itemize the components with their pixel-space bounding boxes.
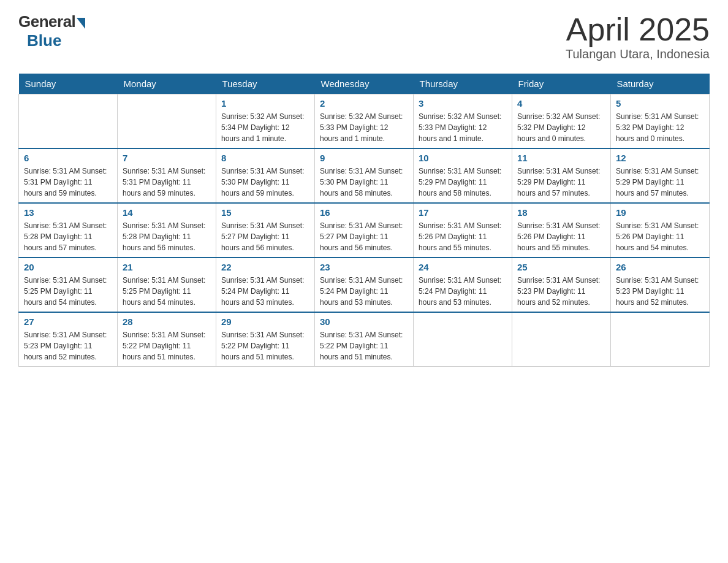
day-info: Sunrise: 5:31 AM Sunset: 5:26 PM Dayligh… xyxy=(616,220,704,253)
day-number: 9 xyxy=(320,153,408,163)
col-saturday: Saturday xyxy=(611,74,710,94)
day-info: Sunrise: 5:31 AM Sunset: 5:26 PM Dayligh… xyxy=(517,220,605,253)
day-number: 27 xyxy=(24,316,112,327)
logo-general-text: General xyxy=(18,12,75,31)
day-number: 14 xyxy=(123,207,211,218)
calendar-cell: 21Sunrise: 5:31 AM Sunset: 5:25 PM Dayli… xyxy=(118,258,216,312)
day-number: 13 xyxy=(24,207,112,218)
calendar-cell: 6Sunrise: 5:31 AM Sunset: 5:31 PM Daylig… xyxy=(19,148,118,203)
logo-blue-text: Blue xyxy=(27,31,61,50)
day-number: 15 xyxy=(221,207,309,218)
day-info: Sunrise: 5:31 AM Sunset: 5:30 PM Dayligh… xyxy=(320,166,408,199)
calendar-cell: 7Sunrise: 5:31 AM Sunset: 5:31 PM Daylig… xyxy=(118,148,216,203)
day-info: Sunrise: 5:31 AM Sunset: 5:27 PM Dayligh… xyxy=(221,220,309,253)
calendar-cell: 16Sunrise: 5:31 AM Sunset: 5:27 PM Dayli… xyxy=(315,203,414,258)
day-info: Sunrise: 5:31 AM Sunset: 5:31 PM Dayligh… xyxy=(123,166,211,199)
day-number: 10 xyxy=(419,153,507,163)
day-number: 30 xyxy=(320,316,408,327)
day-number: 11 xyxy=(517,153,605,163)
day-number: 18 xyxy=(517,207,605,218)
col-thursday: Thursday xyxy=(414,74,512,94)
col-friday: Friday xyxy=(512,74,611,94)
calendar-cell xyxy=(118,94,216,149)
day-number: 12 xyxy=(616,153,704,163)
day-number: 16 xyxy=(320,207,408,218)
calendar-cell: 3Sunrise: 5:32 AM Sunset: 5:33 PM Daylig… xyxy=(414,94,512,149)
day-number: 25 xyxy=(517,262,605,272)
calendar-cell: 20Sunrise: 5:31 AM Sunset: 5:25 PM Dayli… xyxy=(19,258,118,312)
day-number: 4 xyxy=(517,98,605,109)
day-info: Sunrise: 5:31 AM Sunset: 5:23 PM Dayligh… xyxy=(517,275,605,308)
calendar-cell: 15Sunrise: 5:31 AM Sunset: 5:27 PM Dayli… xyxy=(216,203,315,258)
calendar-cell: 25Sunrise: 5:31 AM Sunset: 5:23 PM Dayli… xyxy=(512,258,611,312)
calendar-cell: 18Sunrise: 5:31 AM Sunset: 5:26 PM Dayli… xyxy=(512,203,611,258)
calendar-cell: 27Sunrise: 5:31 AM Sunset: 5:23 PM Dayli… xyxy=(19,312,118,367)
day-number: 7 xyxy=(123,153,211,163)
day-info: Sunrise: 5:31 AM Sunset: 5:32 PM Dayligh… xyxy=(616,111,704,144)
day-info: Sunrise: 5:31 AM Sunset: 5:22 PM Dayligh… xyxy=(320,329,408,362)
calendar-cell xyxy=(19,94,118,149)
day-info: Sunrise: 5:31 AM Sunset: 5:29 PM Dayligh… xyxy=(419,166,507,199)
calendar-cell: 11Sunrise: 5:31 AM Sunset: 5:29 PM Dayli… xyxy=(512,148,611,203)
calendar-cell: 28Sunrise: 5:31 AM Sunset: 5:22 PM Dayli… xyxy=(118,312,216,367)
calendar-cell: 24Sunrise: 5:31 AM Sunset: 5:24 PM Dayli… xyxy=(414,258,512,312)
calendar-cell: 8Sunrise: 5:31 AM Sunset: 5:30 PM Daylig… xyxy=(216,148,315,203)
calendar-week-row: 6Sunrise: 5:31 AM Sunset: 5:31 PM Daylig… xyxy=(19,148,710,203)
day-number: 20 xyxy=(24,262,112,272)
logo-arrow-icon xyxy=(77,18,85,29)
day-info: Sunrise: 5:31 AM Sunset: 5:22 PM Dayligh… xyxy=(221,329,309,362)
day-number: 5 xyxy=(616,98,704,109)
day-info: Sunrise: 5:31 AM Sunset: 5:24 PM Dayligh… xyxy=(320,275,408,308)
day-info: Sunrise: 5:31 AM Sunset: 5:29 PM Dayligh… xyxy=(616,166,704,199)
calendar-cell xyxy=(611,312,710,367)
day-info: Sunrise: 5:31 AM Sunset: 5:24 PM Dayligh… xyxy=(419,275,507,308)
calendar-week-row: 27Sunrise: 5:31 AM Sunset: 5:23 PM Dayli… xyxy=(19,312,710,367)
col-sunday: Sunday xyxy=(19,74,118,94)
day-info: Sunrise: 5:31 AM Sunset: 5:24 PM Dayligh… xyxy=(221,275,309,308)
day-number: 29 xyxy=(221,316,309,327)
day-info: Sunrise: 5:31 AM Sunset: 5:28 PM Dayligh… xyxy=(123,220,211,253)
day-number: 8 xyxy=(221,153,309,163)
calendar-cell: 23Sunrise: 5:31 AM Sunset: 5:24 PM Dayli… xyxy=(315,258,414,312)
day-info: Sunrise: 5:31 AM Sunset: 5:28 PM Dayligh… xyxy=(24,220,112,253)
calendar-cell: 13Sunrise: 5:31 AM Sunset: 5:28 PM Dayli… xyxy=(19,203,118,258)
calendar-cell: 14Sunrise: 5:31 AM Sunset: 5:28 PM Dayli… xyxy=(118,203,216,258)
day-number: 23 xyxy=(320,262,408,272)
day-info: Sunrise: 5:31 AM Sunset: 5:25 PM Dayligh… xyxy=(24,275,112,308)
day-info: Sunrise: 5:31 AM Sunset: 5:26 PM Dayligh… xyxy=(419,220,507,253)
day-info: Sunrise: 5:32 AM Sunset: 5:32 PM Dayligh… xyxy=(517,111,605,144)
day-number: 6 xyxy=(24,153,112,163)
day-number: 22 xyxy=(221,262,309,272)
day-number: 17 xyxy=(419,207,507,218)
day-number: 2 xyxy=(320,98,408,109)
calendar-title: April 2025 xyxy=(566,12,710,47)
day-info: Sunrise: 5:31 AM Sunset: 5:27 PM Dayligh… xyxy=(320,220,408,253)
calendar-header-row: Sunday Monday Tuesday Wednesday Thursday… xyxy=(19,74,710,94)
col-tuesday: Tuesday xyxy=(216,74,315,94)
day-info: Sunrise: 5:31 AM Sunset: 5:23 PM Dayligh… xyxy=(24,329,112,362)
calendar-week-row: 1Sunrise: 5:32 AM Sunset: 5:34 PM Daylig… xyxy=(19,94,710,149)
day-number: 1 xyxy=(221,98,309,109)
calendar-cell: 29Sunrise: 5:31 AM Sunset: 5:22 PM Dayli… xyxy=(216,312,315,367)
day-info: Sunrise: 5:31 AM Sunset: 5:31 PM Dayligh… xyxy=(24,166,112,199)
day-info: Sunrise: 5:32 AM Sunset: 5:34 PM Dayligh… xyxy=(221,111,309,144)
calendar-cell: 1Sunrise: 5:32 AM Sunset: 5:34 PM Daylig… xyxy=(216,94,315,149)
col-wednesday: Wednesday xyxy=(315,74,414,94)
day-number: 3 xyxy=(419,98,507,109)
calendar-cell: 19Sunrise: 5:31 AM Sunset: 5:26 PM Dayli… xyxy=(611,203,710,258)
day-number: 26 xyxy=(616,262,704,272)
day-info: Sunrise: 5:31 AM Sunset: 5:22 PM Dayligh… xyxy=(123,329,211,362)
calendar-cell: 10Sunrise: 5:31 AM Sunset: 5:29 PM Dayli… xyxy=(414,148,512,203)
day-info: Sunrise: 5:32 AM Sunset: 5:33 PM Dayligh… xyxy=(419,111,507,144)
calendar-cell: 22Sunrise: 5:31 AM Sunset: 5:24 PM Dayli… xyxy=(216,258,315,312)
day-info: Sunrise: 5:31 AM Sunset: 5:23 PM Dayligh… xyxy=(616,275,704,308)
calendar-week-row: 13Sunrise: 5:31 AM Sunset: 5:28 PM Dayli… xyxy=(19,203,710,258)
calendar-cell xyxy=(512,312,611,367)
calendar-table: Sunday Monday Tuesday Wednesday Thursday… xyxy=(18,74,710,367)
calendar-cell: 5Sunrise: 5:31 AM Sunset: 5:32 PM Daylig… xyxy=(611,94,710,149)
calendar-week-row: 20Sunrise: 5:31 AM Sunset: 5:25 PM Dayli… xyxy=(19,258,710,312)
calendar-cell: 30Sunrise: 5:31 AM Sunset: 5:22 PM Dayli… xyxy=(315,312,414,367)
day-info: Sunrise: 5:31 AM Sunset: 5:25 PM Dayligh… xyxy=(123,275,211,308)
page-header: General Blue April 2025 Tulangan Utara, … xyxy=(18,12,710,61)
calendar-cell: 12Sunrise: 5:31 AM Sunset: 5:29 PM Dayli… xyxy=(611,148,710,203)
